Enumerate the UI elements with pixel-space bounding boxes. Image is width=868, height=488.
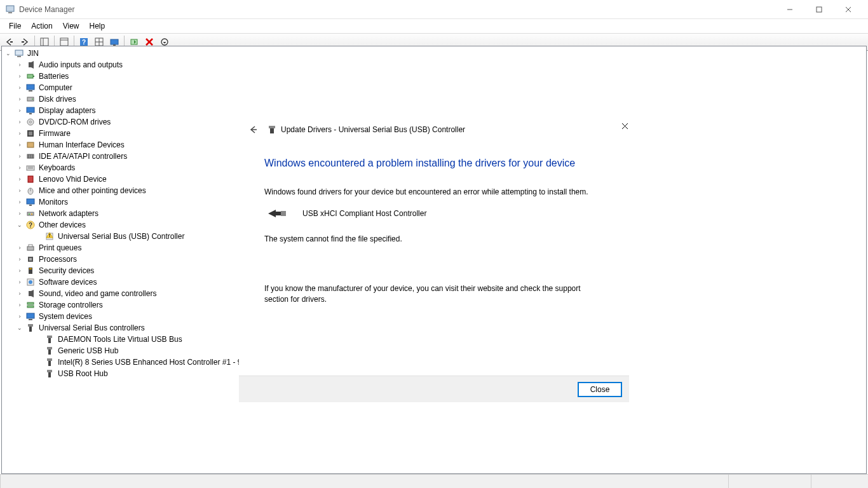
svg-rect-59 [29,245,32,247]
tree-root[interactable]: ⌄ JIN [4,48,864,59]
tree-item-label: JIN [26,48,40,59]
tree-item-label: Security devices [37,265,95,276]
tree-item-label: Intel(R) 8 Series USB Enhanced Host Cont… [57,356,257,368]
svg-rect-7 [22,41,24,43]
expand-icon[interactable]: › [16,128,24,139]
expand-icon[interactable]: › [16,311,24,322]
expand-icon[interactable]: › [16,162,24,173]
tree-item[interactable]: ›Computer [4,82,864,93]
dialog-body: Windows encountered a problem installing… [239,135,629,304]
storage-icon [25,300,36,310]
expand-icon[interactable]: › [16,265,24,276]
tree-item-label: Universal Serial Bus (USB) Controller [57,231,186,242]
svg-rect-80 [47,370,52,372]
svg-rect-66 [29,291,31,296]
expand-icon[interactable]: › [16,196,24,208]
tree-item[interactable]: ›Batteries [4,71,864,82]
tree-item-label: Generic USB Hub [57,345,119,356]
menu-action[interactable]: Action [26,20,57,32]
computer-icon [25,83,36,93]
dvd-icon [25,117,36,127]
svg-rect-51 [27,212,34,215]
expand-icon[interactable]: › [16,173,24,185]
svg-text:?: ? [82,39,86,46]
dialog-header: Update Drivers - Universal Serial Bus (U… [239,116,629,135]
usb-icon [44,346,55,356]
disk-icon [25,94,36,104]
ide-icon [25,151,36,161]
expand-icon[interactable]: › [16,299,24,311]
svg-rect-76 [47,347,52,349]
maximize-button[interactable] [804,0,834,19]
dialog-title: Update Drivers - Universal Serial Bus (U… [281,125,465,134]
svg-rect-67 [27,302,34,304]
expand-icon[interactable]: › [16,105,24,116]
tree-item-label: Lenovo Vhid Device [37,173,108,185]
back-icon[interactable] [248,125,258,135]
security-icon [25,266,36,276]
expand-icon[interactable]: › [16,185,24,196]
statusbar-cell [728,475,811,488]
tree-item-label: Other devices [37,219,87,231]
svg-rect-23 [15,50,23,55]
svg-rect-32 [27,107,34,112]
hid-icon [25,140,36,150]
svg-rect-74 [47,336,52,338]
close-button[interactable] [834,0,863,19]
dialog-close-button[interactable] [616,119,634,132]
svg-rect-0 [6,6,14,11]
svg-rect-1 [8,12,12,13]
tree-item-label: Human Interface Devices [37,139,126,151]
svg-rect-26 [27,74,33,78]
usb-icon [44,357,55,367]
statusbar [0,474,868,488]
menu-view[interactable]: View [58,20,85,32]
svg-rect-49 [27,199,34,204]
expand-icon[interactable]: › [16,242,24,254]
tree-item-label: Sound, video and game controllers [37,288,158,299]
tree-item-label: DVD/CD-ROM drives [37,116,112,128]
firmware-icon [25,128,36,139]
expand-icon[interactable]: ⌄ [16,322,24,334]
expand-icon[interactable]: › [16,276,24,288]
dialog-message: Windows found drivers for your device bu… [264,187,604,197]
tree-item[interactable]: ›Display adapters [4,105,864,116]
tree-item-label: Storage controllers [37,299,104,311]
tree-item-label: Computer [37,82,74,93]
dialog-close-ok-button[interactable]: Close [578,383,621,396]
vhid-icon [25,174,36,184]
tree-item-label: Audio inputs and outputs [37,59,124,71]
svg-rect-50 [29,205,32,206]
menu-help[interactable]: Help [85,20,111,32]
app-title: Device Manager [19,5,775,14]
tree-item-label: Software devices [37,276,98,288]
printer-icon [25,243,36,253]
expand-icon[interactable]: › [16,93,24,105]
svg-rect-61 [29,258,32,261]
expand-icon[interactable]: ⌄ [16,219,24,231]
tree-item[interactable]: ›Audio inputs and outputs [4,59,864,71]
expand-icon[interactable]: › [16,151,24,162]
svg-rect-63 [29,268,32,269]
menu-file[interactable]: File [4,20,26,32]
expand-icon[interactable]: › [16,71,24,82]
expand-icon[interactable]: › [16,139,24,151]
statusbar-cell [811,475,868,488]
tree-item-label: Network adapters [37,208,100,219]
tree-item[interactable]: ›Disk drives [4,93,864,105]
svg-point-35 [30,121,32,123]
svg-point-65 [29,280,32,284]
expand-icon[interactable]: ⌄ [4,48,12,59]
svg-rect-17 [111,39,118,44]
tree-item-label: IDE ATA/ATAPI controllers [37,151,128,162]
update-drivers-dialog: Update Drivers - Universal Serial Bus (U… [239,116,629,402]
minimize-button[interactable] [775,0,804,19]
expand-icon[interactable]: › [16,116,24,128]
expand-icon[interactable]: › [16,254,24,265]
expand-icon[interactable]: › [16,208,24,219]
expand-icon[interactable]: › [16,82,24,93]
expand-icon[interactable]: › [16,59,24,71]
tree-item-label: Monitors [37,196,69,208]
expand-icon[interactable]: › [16,288,24,299]
tree-item-label: Disk drives [37,93,78,105]
